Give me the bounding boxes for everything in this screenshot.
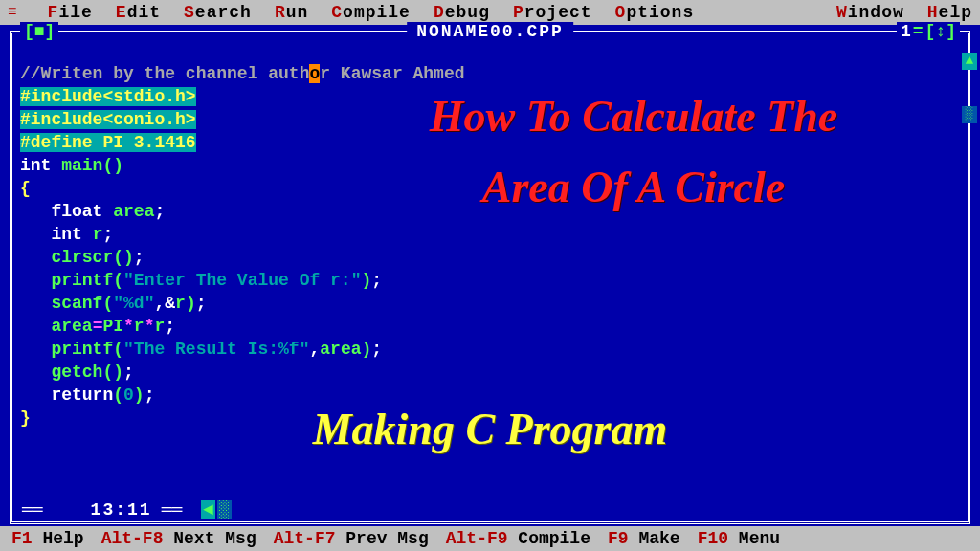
menu-options[interactable]: Options	[615, 3, 695, 22]
code-editor[interactable]: //Writen by the channel author Kawsar Ah…	[20, 39, 960, 452]
status-bar: F1 Help Alt-F8 Next Msg Alt-F7 Prev Msg …	[0, 526, 980, 551]
fkey-make[interactable]: F9 Make	[608, 529, 680, 548]
zoom-icon[interactable]: [↕]	[925, 22, 956, 41]
menu-search[interactable]: Search	[184, 3, 252, 22]
menu-project[interactable]: Project	[513, 3, 592, 22]
vertical-scrollbar[interactable]: ▲ ░	[962, 53, 975, 123]
menu-run[interactable]: Run	[275, 3, 308, 22]
scroll-thumb[interactable]: ░	[962, 106, 977, 123]
editor-window: [■] NONAME00.CPP 1=[↕] ▲ ░ //Writen by t…	[10, 31, 970, 524]
menu-file[interactable]: File	[48, 3, 93, 22]
window-title: NONAME00.CPP	[407, 22, 573, 41]
selected-text: #include<stdio.h>	[20, 87, 196, 106]
fkey-compile[interactable]: Alt-F9 Compile	[446, 529, 590, 548]
window-controls-right: 1=[↕]	[897, 22, 960, 41]
scroll-up-icon[interactable]: ▲	[962, 53, 977, 70]
editor-frame: [■] NONAME00.CPP 1=[↕] ▲ ░ //Writen by t…	[0, 25, 980, 526]
fkey-help[interactable]: F1 Help	[11, 529, 84, 548]
hscroll-thumb[interactable]: ░	[217, 500, 232, 519]
system-menu-icon[interactable]: ≡	[8, 4, 17, 21]
menu-edit[interactable]: Edit	[116, 3, 161, 22]
fkey-next-msg[interactable]: Alt-F8 Next Msg	[101, 529, 256, 548]
menu-help[interactable]: Help	[927, 3, 972, 22]
window-close-icon[interactable]: [■]	[20, 22, 58, 41]
text-cursor: o	[309, 64, 320, 83]
fkey-prev-msg[interactable]: Alt-F7 Prev Msg	[274, 529, 429, 548]
scroll-left-icon[interactable]: ◄	[201, 500, 215, 519]
menu-debug[interactable]: Debug	[434, 3, 490, 22]
fkey-menu[interactable]: F10 Menu	[698, 529, 780, 548]
cursor-position: 13:11	[91, 500, 152, 519]
window-number: 1	[901, 22, 911, 41]
editor-bottom-border: ══ 13:11 ══ ◄ ░	[22, 500, 958, 519]
menu-window[interactable]: Window	[836, 3, 904, 22]
menu-compile[interactable]: Compile	[331, 3, 411, 22]
